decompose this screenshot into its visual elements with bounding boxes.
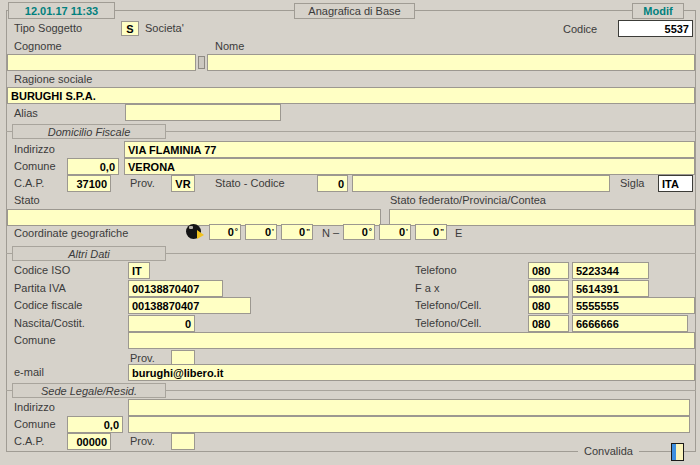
telefono-number-value: 5223344 (576, 265, 619, 277)
prov-sede-field[interactable] (171, 433, 195, 450)
codice-field[interactable]: 5537 (618, 20, 693, 37)
codice-iso-label: Codice ISO (14, 264, 70, 276)
modif-button[interactable]: Modif (632, 3, 684, 19)
globe-icon[interactable] (186, 224, 201, 239)
email-field[interactable]: burughi@libero.it (128, 364, 695, 381)
cell1-label: Telefono/Cell. (415, 299, 482, 311)
fax-number-field[interactable]: 5614391 (572, 280, 649, 297)
lon-deg-field[interactable]: 0° (343, 224, 375, 240)
sigla-value: ITA (662, 178, 679, 190)
cell2-number-field[interactable]: 6666666 (572, 315, 688, 332)
alias-field[interactable] (125, 104, 281, 121)
ragione-sociale-field[interactable]: BURUGHI S.P.A. (7, 87, 695, 104)
prov-value: VR (175, 178, 190, 190)
cap-label: C.A.P. (14, 177, 44, 189)
partita-iva-value: 00138870407 (132, 283, 199, 295)
deg-symbol: ° (235, 229, 238, 235)
comune-field[interactable]: VERONA (124, 158, 695, 175)
tipo-soggetto-field[interactable]: S (121, 21, 139, 36)
globe-icon-arrow (197, 230, 204, 239)
lon-sec-field[interactable]: 0" (415, 224, 447, 240)
telefono-number-field[interactable]: 5223344 (572, 262, 649, 279)
globe-icon-highlight (189, 226, 193, 229)
fax-prefix-field[interactable]: 080 (528, 280, 569, 297)
fax-label: F a x (415, 282, 439, 294)
telefono-prefix-field[interactable]: 080 (528, 262, 569, 279)
telefono-label: Telefono (415, 264, 457, 276)
stato-codice-value: 0 (338, 178, 344, 190)
indirizzo-sede-field[interactable] (128, 399, 690, 416)
codice-iso-field[interactable]: IT (128, 262, 150, 279)
comune-altri-label: Comune (14, 334, 56, 346)
codice-value: 5537 (665, 23, 689, 35)
comune-altri-field[interactable] (128, 332, 695, 349)
tipo-soggetto-value: S (126, 23, 133, 35)
comune-sede-field[interactable] (128, 416, 690, 433)
cap-value: 37100 (76, 178, 107, 190)
convalida-icon[interactable] (671, 443, 684, 461)
nascita-value: 0 (185, 318, 191, 330)
alias-label: Alias (14, 107, 38, 119)
partita-iva-field[interactable]: 00138870407 (128, 280, 223, 297)
lon-direction: E (455, 227, 462, 239)
codice-iso-value: IT (132, 265, 142, 277)
nascita-field[interactable]: 0 (128, 315, 195, 332)
comune-label: Comune (14, 160, 56, 172)
cap-sede-field[interactable]: 00000 (67, 433, 111, 450)
indirizzo-field[interactable]: VIA FLAMINIA 77 (124, 141, 695, 158)
comune-sede-code-value: 0,0 (104, 419, 119, 431)
stato-codice-name-field[interactable] (352, 175, 610, 192)
prov-altri-label: Prov. (130, 352, 155, 364)
lat-sec-field[interactable]: 0" (281, 224, 313, 240)
lon-min-field[interactable]: 0' (379, 224, 411, 240)
field-separator (198, 56, 205, 69)
cell1-number-value: 5555555 (576, 300, 619, 312)
fax-prefix-value: 080 (532, 283, 550, 295)
lat-deg-value: 0 (228, 226, 234, 238)
cap-field[interactable]: 37100 (67, 175, 111, 192)
cognome-field[interactable] (7, 54, 196, 71)
codice-fiscale-label: Codice fiscale (14, 299, 82, 311)
cell1-number-field[interactable]: 5555555 (572, 297, 695, 314)
modif-button-label: Modif (643, 5, 672, 17)
cell2-prefix-field[interactable]: 080 (528, 315, 569, 332)
codice-label: Codice (563, 23, 597, 35)
stato-codice-label: Stato - Codice (215, 177, 285, 189)
cell1-prefix-field[interactable]: 080 (528, 297, 569, 314)
lon-sec-value: 0 (433, 226, 439, 238)
sec-symbol: " (306, 229, 310, 235)
fax-number-value: 5614391 (576, 283, 619, 295)
cell2-prefix-value: 080 (532, 318, 550, 330)
sigla-label: Sigla (620, 177, 644, 189)
timestamp-box: 12.01.17 11:33 (8, 2, 115, 19)
comune-sede-code-field[interactable]: 0,0 (67, 416, 123, 433)
cognome-label: Cognome (14, 40, 62, 52)
deg-symbol: ° (369, 229, 372, 235)
lat-deg-field[interactable]: 0° (209, 224, 241, 240)
prov-sede-label: Prov. (130, 435, 155, 447)
altri-dati-section-title: Altri Dati (68, 248, 110, 260)
coordinate-dash: – (333, 226, 339, 238)
coordinate-label: Coordinate geografiche (14, 227, 128, 239)
cap-sede-value: 00000 (76, 436, 107, 448)
lat-min-field[interactable]: 0' (245, 224, 277, 240)
domicilio-section-header: Domicilio Fiscale (12, 124, 166, 139)
lon-min-value: 0 (399, 226, 405, 238)
comune-code-field[interactable]: 0,0 (67, 158, 119, 175)
cap-sede-label: C.A.P. (14, 435, 44, 447)
telefono-prefix-value: 080 (532, 265, 550, 277)
stato-federato-label: Stato federato/Provincia/Contea (390, 194, 546, 206)
page-title: Anagrafica di Base (308, 5, 400, 17)
prov-field[interactable]: VR (171, 175, 195, 192)
sec-symbol: " (440, 229, 444, 235)
codice-fiscale-field[interactable]: 00138870407 (128, 297, 251, 314)
nome-field[interactable] (207, 54, 695, 71)
partita-iva-label: Partita IVA (14, 282, 66, 294)
stato-codice-field[interactable]: 0 (317, 175, 348, 192)
page-title-box: Anagrafica di Base (294, 3, 415, 19)
cell2-label: Telefono/Cell. (415, 317, 482, 329)
sigla-field[interactable]: ITA (658, 175, 693, 192)
indirizzo-value: VIA FLAMINIA 77 (128, 144, 216, 156)
email-label: e-mail (14, 366, 44, 378)
tipo-soggetto-descr: Societa' (145, 22, 184, 34)
